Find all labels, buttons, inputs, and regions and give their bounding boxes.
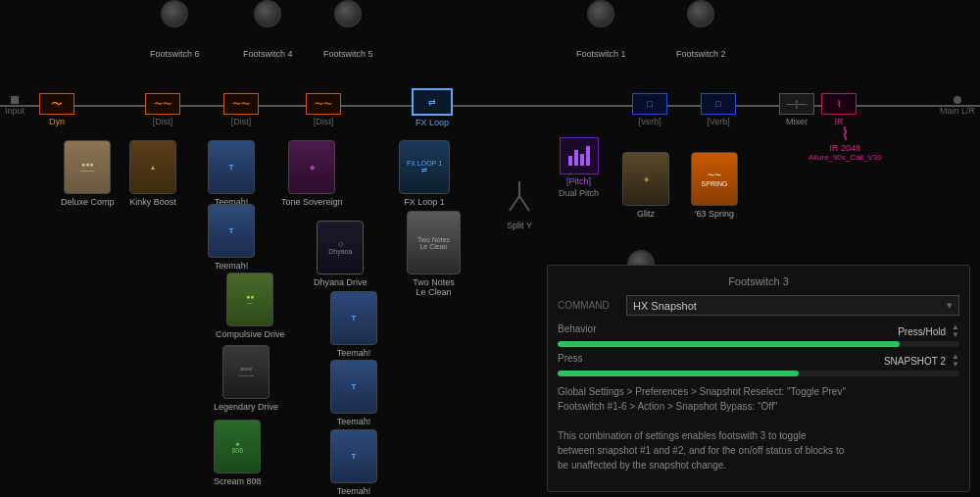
footswitch-6-knob xyxy=(161,0,188,27)
two-notes-container: Two NotesLe Clean Two NotesLe Clean xyxy=(407,211,461,297)
dhyana-pedal[interactable]: ◇Dhyana xyxy=(317,221,364,274)
teemah4-label: Teemah! xyxy=(337,417,371,426)
glitz-pedal[interactable]: ◈ xyxy=(622,152,669,206)
behavior-stepper[interactable]: ▲ ▼ xyxy=(952,323,959,339)
tone-sov-pedal[interactable]: ◈ xyxy=(288,140,335,194)
pitch-block-container: [Pitch] Dual Pitch xyxy=(559,137,599,198)
fxloop-label: FX Loop xyxy=(416,118,449,127)
mixer-label: Mixer xyxy=(786,117,808,126)
dist3-label: [Dist] xyxy=(314,117,334,126)
kinky-boost-pedal[interactable]: ▲ xyxy=(129,140,176,194)
dist1-block[interactable]: 〜〜 xyxy=(145,93,180,115)
verb1-block-container: □ [Verb] xyxy=(632,93,667,126)
kinky-boost-icon: ▲ xyxy=(150,164,157,171)
behavior-header: Behavior Press/Hold ▲ ▼ xyxy=(558,323,959,339)
dist2-block-container: 〜〜 [Dist] xyxy=(223,93,259,126)
tone-sov-container: ◈ Tone Sovereign xyxy=(281,140,343,207)
command-value: HX Snapshot xyxy=(633,300,697,312)
behavior-progress-bar xyxy=(558,341,959,347)
teemah4-icon: T xyxy=(352,382,357,391)
compulsive-container: ●●─ Compulsive Drive xyxy=(216,273,285,339)
two-notes-pedal[interactable]: Two NotesLe Clean xyxy=(407,211,461,274)
dhyana-icon: ◇Dhyana xyxy=(328,240,352,255)
teemah5-pedal[interactable]: T xyxy=(330,429,377,483)
scream-pedal[interactable]: ●808 xyxy=(214,420,261,473)
teemah1-icon: T xyxy=(229,163,234,172)
pitch-bar4 xyxy=(586,146,590,166)
footswitch-5-knob xyxy=(334,0,362,27)
dist2-block[interactable]: 〜〜 xyxy=(223,93,259,115)
ir2048-container: ⌇ IR 2048 Allure_90s_Cali_V30 xyxy=(808,125,882,162)
deluxe-comp-pedal[interactable]: ●●●─── xyxy=(64,140,111,194)
verb1-label: [Verb] xyxy=(638,117,662,126)
footswitch3-title: Footswitch 3 xyxy=(558,275,959,287)
dist3-block[interactable]: 〜〜 xyxy=(306,93,341,115)
output-label: Main L/R xyxy=(940,106,975,116)
glitz-container: ◈ Glitz xyxy=(622,152,669,219)
teemah1-pedal[interactable]: T xyxy=(208,140,255,194)
footswitch-1: Footswitch 1 xyxy=(576,0,626,59)
input-label: Input xyxy=(5,106,24,116)
behavior-progress-fill xyxy=(558,341,900,347)
behavior-down-icon[interactable]: ▼ xyxy=(952,331,959,339)
mixer-container: —|— Mixer xyxy=(779,93,814,126)
teemah2-label: Teemah! xyxy=(215,261,249,271)
teemah3-pedal[interactable]: T xyxy=(330,291,377,345)
footswitch-4: Footswitch 4 xyxy=(243,0,293,59)
press-down-icon[interactable]: ▼ xyxy=(952,361,959,369)
verb2-block-container: □ [Verb] xyxy=(701,93,736,126)
info-text: Global Settings > Preferences > Snapshot… xyxy=(558,384,959,472)
fxloop1-label: FX Loop 1 xyxy=(404,197,445,207)
command-select[interactable]: HX Snapshot ▾ xyxy=(626,295,959,316)
legendary-pedal[interactable]: ≡≡≡─── xyxy=(222,345,270,399)
pitch-block[interactable] xyxy=(560,137,599,174)
footswitch-4-knob xyxy=(254,0,281,27)
teemah2-container: T Teemah! xyxy=(208,204,255,271)
teemah5-icon: T xyxy=(352,452,357,461)
footswitch3-panel: Footswitch 3 COMMAND HX Snapshot ▾ Behav… xyxy=(547,265,970,492)
footswitch-5: Footswitch 5 xyxy=(323,0,373,59)
fxloop-block[interactable]: ⇄ xyxy=(412,88,453,116)
legendary-icon: ≡≡≡─── xyxy=(239,366,254,379)
footswitch-6-label: Footswitch 6 xyxy=(150,49,200,59)
pitch-bar2 xyxy=(574,150,578,166)
info-line2: Footswitch #1-6 > Action > Snapshot Bypa… xyxy=(558,401,777,412)
tone-sov-icon: ◈ xyxy=(310,164,315,172)
tone-sov-label: Tone Sovereign xyxy=(281,197,343,207)
legendary-container: ≡≡≡─── Legendary Drive xyxy=(214,345,278,412)
fxloop1-pedal-container: FX LOOP 1⇄ FX Loop 1 xyxy=(399,140,450,207)
verb2-block[interactable]: □ xyxy=(701,93,736,115)
compulsive-icon: ●●─ xyxy=(246,293,254,307)
chevron-down-icon: ▾ xyxy=(947,299,953,312)
ir2048-label: IR 2048 xyxy=(830,143,861,153)
two-notes-icon: Two NotesLe Clean xyxy=(417,236,450,250)
dyn-block[interactable]: 〜 xyxy=(39,93,74,115)
ir-waveform-icon: ⌇ xyxy=(841,125,850,143)
footswitch-1-label: Footswitch 1 xyxy=(576,49,626,59)
behavior-row: Behavior Press/Hold ▲ ▼ xyxy=(558,323,959,347)
verb1-block[interactable]: □ xyxy=(632,93,667,115)
press-stepper[interactable]: ▲ ▼ xyxy=(952,353,959,369)
dist1-block-container: 〜〜 [Dist] xyxy=(145,93,180,126)
pitch-bar1 xyxy=(568,156,572,166)
fxloop1-icon: FX LOOP 1⇄ xyxy=(407,160,442,174)
press-value: SNAPSHOT 2 xyxy=(884,356,946,367)
mixer-block[interactable]: —|— xyxy=(779,93,814,115)
pitch-label: [Pitch] xyxy=(566,176,591,186)
dhyana-label: Dhyana Drive xyxy=(314,277,368,287)
fxloop-block-container: ⇄ FX Loop xyxy=(412,88,453,127)
spring-pedal[interactable]: 〜〜SPRING xyxy=(691,152,738,206)
teemah4-pedal[interactable]: T xyxy=(330,360,377,414)
fxloop1-pedal[interactable]: FX LOOP 1⇄ xyxy=(399,140,450,194)
dual-pitch-label: Dual Pitch xyxy=(559,188,599,198)
behavior-label: Behavior xyxy=(558,323,596,339)
teemah2-pedal[interactable]: T xyxy=(208,204,255,258)
legendary-label: Legendary Drive xyxy=(214,402,278,412)
spring-icon: 〜〜SPRING xyxy=(702,171,728,187)
dyn-block-container: 〜 Dyn xyxy=(39,93,74,126)
compulsive-pedal[interactable]: ●●─ xyxy=(226,273,273,326)
footswitch-2-label: Footswitch 2 xyxy=(676,49,726,59)
teemah1-container: T Teemah! xyxy=(208,140,255,207)
press-progress-fill xyxy=(558,371,799,376)
ir-block[interactable]: ⌇ xyxy=(821,93,857,115)
